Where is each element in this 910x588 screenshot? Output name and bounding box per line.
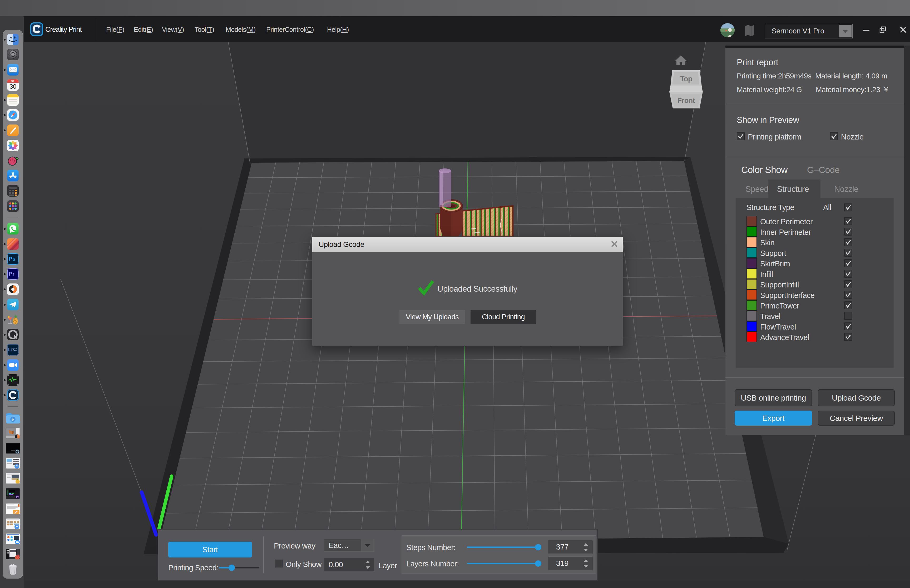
svg-text:Top: Top <box>680 75 692 83</box>
svg-text:30: 30 <box>10 83 16 90</box>
svg-text:JUL: JUL <box>11 80 15 82</box>
svg-text:Front: Front <box>677 97 695 105</box>
svg-text:Pr: Pr <box>16 495 19 498</box>
